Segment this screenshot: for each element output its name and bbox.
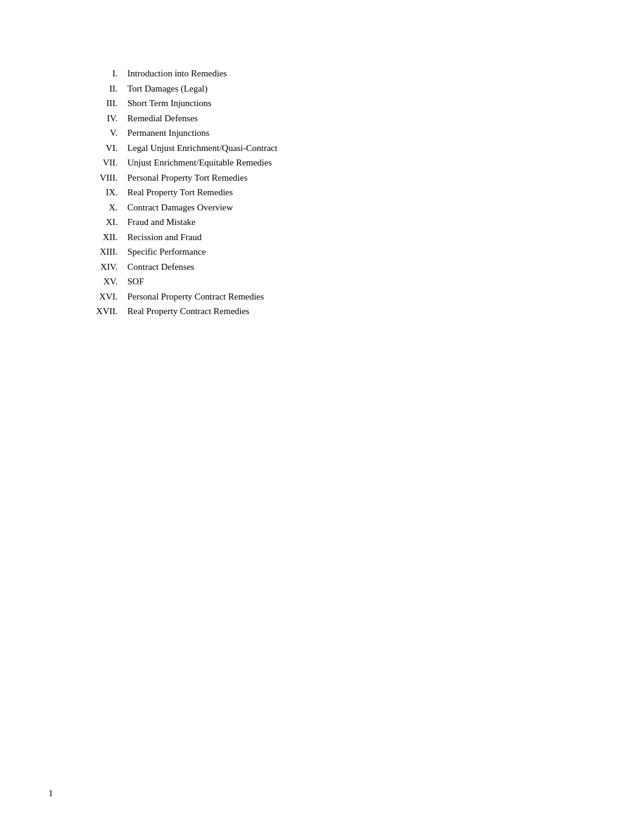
toc-label: Permanent Injunctions bbox=[127, 126, 209, 140]
toc-label: Contract Damages Overview bbox=[127, 201, 233, 215]
toc-numeral: XIII. bbox=[85, 245, 127, 259]
toc-item: V.Permanent Injunctions bbox=[85, 126, 595, 140]
toc-label: Short Term Injunctions bbox=[127, 96, 212, 110]
toc-item: IX.Real Property Tort Remedies bbox=[85, 186, 595, 200]
table-of-contents: I.Introduction into RemediesII.Tort Dama… bbox=[85, 67, 595, 318]
toc-label: Legal Unjust Enrichment/Quasi-Contract bbox=[127, 141, 277, 155]
toc-item: XVI.Personal Property Contract Remedies bbox=[85, 290, 595, 304]
toc-label: Introduction into Remedies bbox=[127, 67, 227, 81]
toc-item: XII.Recission and Fraud bbox=[85, 230, 595, 244]
toc-label: Fraud and Mistake bbox=[127, 215, 195, 229]
toc-numeral: XI. bbox=[85, 215, 127, 229]
toc-numeral: IX. bbox=[85, 186, 127, 200]
toc-item: II.Tort Damages (Legal) bbox=[85, 82, 595, 96]
toc-item: IV.Remedial Defenses bbox=[85, 112, 595, 126]
toc-item: XV.SOF bbox=[85, 275, 595, 289]
toc-label: Unjust Enrichment/Equitable Remedies bbox=[127, 156, 272, 170]
toc-item: XVII.Real Property Contract Remedies bbox=[85, 304, 595, 318]
toc-numeral: XIV. bbox=[85, 260, 127, 274]
toc-numeral: I. bbox=[85, 67, 127, 81]
toc-numeral: VIII. bbox=[85, 171, 127, 185]
toc-item: VI.Legal Unjust Enrichment/Quasi-Contrac… bbox=[85, 141, 595, 155]
toc-numeral: XV. bbox=[85, 275, 127, 289]
toc-numeral: X. bbox=[85, 201, 127, 215]
toc-label: Contract Defenses bbox=[127, 260, 194, 274]
toc-item: XI.Fraud and Mistake bbox=[85, 215, 595, 229]
toc-numeral: II. bbox=[85, 82, 127, 96]
toc-numeral: III. bbox=[85, 96, 127, 110]
toc-numeral: IV. bbox=[85, 112, 127, 126]
toc-numeral: XVI. bbox=[85, 290, 127, 304]
toc-label: Tort Damages (Legal) bbox=[127, 82, 207, 96]
toc-label: Real Property Contract Remedies bbox=[127, 304, 249, 318]
page-number: 1 bbox=[49, 788, 53, 799]
toc-label: Personal Property Contract Remedies bbox=[127, 290, 264, 304]
toc-label: Recission and Fraud bbox=[127, 230, 201, 244]
toc-numeral: XII. bbox=[85, 230, 127, 244]
toc-numeral: XVII. bbox=[85, 304, 127, 318]
toc-label: Personal Property Tort Remedies bbox=[127, 171, 247, 185]
page: I.Introduction into RemediesII.Tort Dama… bbox=[0, 0, 644, 835]
toc-item: III.Short Term Injunctions bbox=[85, 96, 595, 110]
toc-numeral: VI. bbox=[85, 141, 127, 155]
toc-item: I.Introduction into Remedies bbox=[85, 67, 595, 81]
toc-label: Remedial Defenses bbox=[127, 112, 198, 126]
toc-numeral: VII. bbox=[85, 156, 127, 170]
toc-item: XIV.Contract Defenses bbox=[85, 260, 595, 274]
toc-label: SOF bbox=[127, 275, 144, 289]
toc-item: VII.Unjust Enrichment/Equitable Remedies bbox=[85, 156, 595, 170]
toc-item: XIII.Specific Performance bbox=[85, 245, 595, 259]
toc-label: Real Property Tort Remedies bbox=[127, 186, 233, 200]
toc-numeral: V. bbox=[85, 126, 127, 140]
toc-label: Specific Performance bbox=[127, 245, 206, 259]
toc-item: X.Contract Damages Overview bbox=[85, 201, 595, 215]
toc-item: VIII.Personal Property Tort Remedies bbox=[85, 171, 595, 185]
